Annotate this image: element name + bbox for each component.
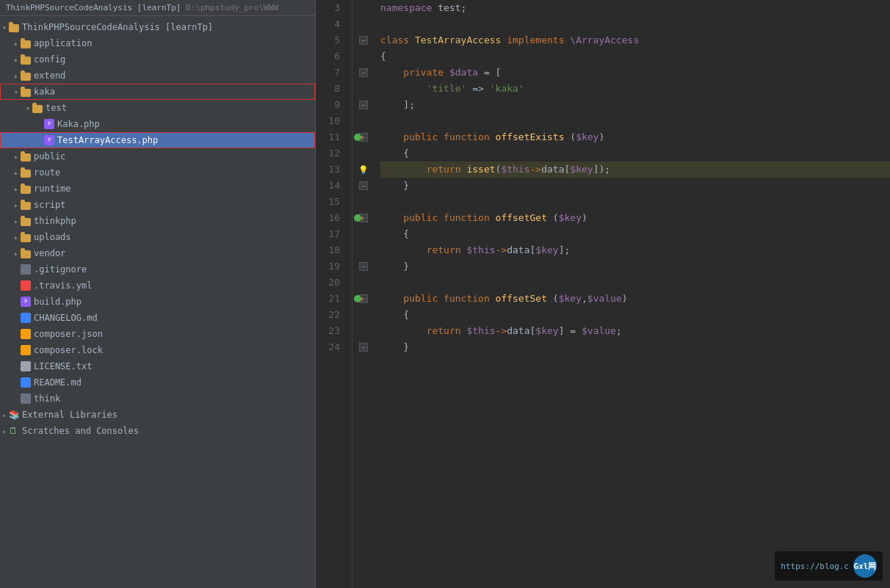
tree-item-kaka-php[interactable]: PKaka.php (0, 116, 315, 132)
tree-item-runtime[interactable]: ▸runtime (0, 181, 315, 197)
code-token: => (472, 81, 484, 97)
code-token: $key (559, 291, 582, 307)
code-token (461, 323, 467, 339)
tree-item-readme[interactable]: README.md (0, 374, 315, 391)
tree-label-external-libraries: External Libraries (22, 410, 117, 420)
tree-item-config[interactable]: ▸config (0, 51, 315, 68)
line-number-3: 3 (316, 0, 346, 16)
tree-item-scratches[interactable]: ▸🗒Scratches and Consoles (0, 423, 315, 439)
tree-arrow-application: ▸ (12, 40, 21, 48)
gutter-cell-21: ↑− (352, 291, 375, 307)
tree-item-think[interactable]: think (0, 391, 315, 407)
fold-icon[interactable]: − (359, 101, 368, 109)
tree-item-vendor[interactable]: ▸vendor (0, 245, 315, 261)
tree-item-extend[interactable]: ▸extend (0, 68, 315, 84)
tree-item-root[interactable]: ▾ThinkPHPSourceCodeAnalysis [learnTp] (0, 19, 315, 35)
tree-item-thinkphp[interactable]: ▸thinkphp (0, 213, 315, 229)
code-token: ( (564, 129, 576, 145)
code-token: $key (535, 242, 558, 258)
code-token: public (403, 291, 438, 307)
code-line-23: return $this->data[$key] = $value; (380, 323, 890, 339)
code-token: test; (432, 0, 466, 16)
gutter-cell-15 (352, 194, 375, 210)
code-token (380, 65, 403, 81)
code-token (380, 242, 427, 258)
tree-label-public: public (34, 151, 65, 161)
code-editor[interactable]: 3456789101112131415161718192021222324−−−… (316, 0, 890, 588)
code-line-16: public function offsetGet ($key) (380, 210, 890, 226)
code-token: } (380, 258, 409, 275)
code-token: data[ (541, 161, 570, 178)
line-number-24: 24 (316, 339, 346, 355)
tree-item-script[interactable]: ▸script (0, 197, 315, 213)
tree-item-build[interactable]: Pbuild.php (0, 294, 315, 310)
tree-item-changelog[interactable]: CHANGELOG.md (0, 310, 315, 326)
code-line-13: return isset($this->data[$key]); (380, 161, 890, 178)
line-number-15: 15 (316, 194, 346, 210)
gxl-logo: Gxl网 (853, 554, 877, 578)
tree-item-uploads[interactable]: ▸uploads (0, 229, 315, 245)
line-number-6: 6 (316, 48, 346, 65)
php-file-icon: P (44, 119, 54, 129)
code-token: private (403, 65, 444, 81)
gutter-cell-17 (352, 226, 375, 242)
tree-item-route[interactable]: ▸route (0, 164, 315, 181)
code-line-18: return $this->data[$key]; (380, 242, 890, 258)
tree-arrow-scratches: ▸ (0, 427, 9, 435)
line-number-14: 14 (316, 178, 346, 194)
line-number-18: 18 (316, 242, 346, 258)
tree-label-scratches: Scratches and Consoles (22, 426, 139, 436)
tree-item-testarrayaccess-php[interactable]: PTestArrayAccess.php (0, 132, 315, 148)
folder-icon (21, 152, 31, 161)
fold-icon[interactable]: − (359, 343, 368, 352)
fold-icon[interactable]: − (359, 68, 368, 77)
code-token: { (380, 48, 386, 65)
code-line-7: private $data = [ (380, 65, 890, 81)
code-token: $key (535, 323, 558, 339)
php-file-icon: P (21, 297, 31, 307)
tree-arrow-script: ▸ (12, 201, 21, 209)
gutter-cell-20 (352, 275, 375, 291)
tree-item-external-libraries[interactable]: ▸📚External Libraries (0, 407, 315, 423)
code-token (380, 129, 403, 145)
tree-arrow-root: ▾ (0, 23, 9, 32)
gutter-cell-16: ↑− (352, 210, 375, 226)
tree-label-kaka-php: Kaka.php (57, 119, 100, 129)
code-token: $data (449, 65, 478, 81)
tree-item-application[interactable]: ▸application (0, 35, 315, 51)
fold-icon[interactable]: − (359, 262, 368, 271)
tree-label-uploads: uploads (34, 232, 71, 242)
code-token: class (380, 32, 409, 48)
tree-item-composer-json[interactable]: composer.json (0, 326, 315, 342)
code-token: } (380, 178, 409, 194)
fold-icon[interactable]: − (359, 181, 368, 190)
code-token (380, 161, 427, 178)
gutter-cell-13: 💡 (352, 161, 375, 178)
code-lines: namespace test;class TestArrayAccess imp… (375, 0, 890, 588)
tree-item-test[interactable]: ▾test (0, 100, 315, 116)
code-token: namespace (380, 0, 432, 16)
code-line-19: } (380, 258, 890, 275)
ext-lib-icon: 📚 (9, 410, 19, 420)
tree-item-gitignore[interactable]: .gitignore (0, 261, 315, 277)
code-container: 3456789101112131415161718192021222324−−−… (316, 0, 890, 588)
code-line-8: 'title' => 'kaka' (380, 81, 890, 97)
bulb-icon: 💡 (358, 165, 369, 175)
tree-item-public[interactable]: ▸public (0, 148, 315, 164)
tree-arrow-uploads: ▸ (12, 233, 21, 242)
tree-item-travis[interactable]: .travis.yml (0, 277, 315, 294)
code-token: return (427, 323, 461, 339)
gutter-cell-18 (352, 242, 375, 258)
code-token: $this (501, 161, 529, 178)
line-number-4: 4 (316, 16, 346, 32)
code-token: $this (466, 323, 495, 339)
code-token: ( (547, 291, 559, 307)
tree-item-composer-lock[interactable]: composer.lock (0, 342, 315, 358)
fold-icon[interactable]: − (359, 36, 368, 45)
tree-item-kaka[interactable]: ▾kaka (0, 84, 315, 100)
gutter: −−−↑−💡−↑−−↑−− (352, 0, 375, 588)
code-token: ]); (593, 161, 610, 178)
gutter-cell-3 (352, 0, 375, 16)
code-token: $key (570, 161, 593, 178)
tree-item-license[interactable]: LICENSE.txt (0, 358, 315, 374)
